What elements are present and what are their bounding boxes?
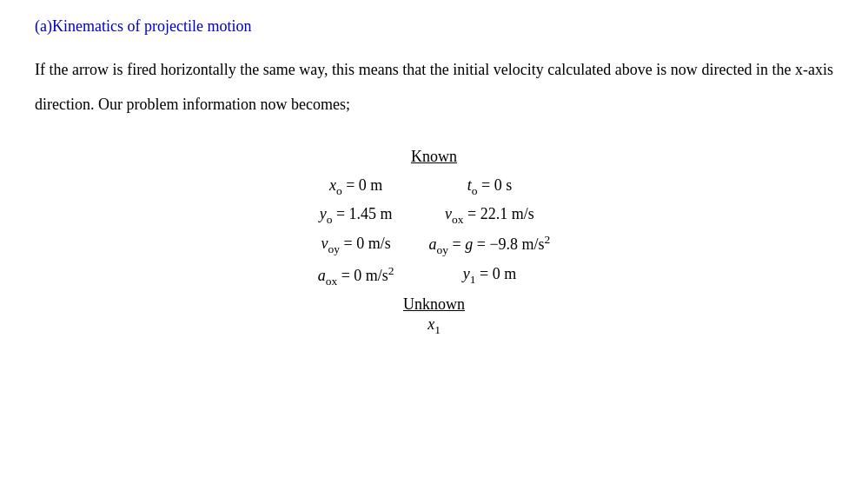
known-label: Known bbox=[411, 148, 457, 166]
eq-right-2: vox = 22.1 m/s bbox=[412, 202, 568, 230]
table-row: aox = 0 m/s2 y1 = 0 m bbox=[301, 261, 568, 292]
table-row: yo = 1.45 m vox = 22.1 m/s bbox=[301, 202, 568, 230]
equations-block: Known xo = 0 m to = 0 s yo = 1.45 m vox … bbox=[35, 148, 833, 336]
title: (a)Kinematics of projectile motion bbox=[35, 17, 833, 36]
equations-table: xo = 0 m to = 0 s yo = 1.45 m vox = 22.1… bbox=[301, 173, 568, 291]
table-row: xo = 0 m to = 0 s bbox=[301, 173, 568, 202]
eq-left-1: xo = 0 m bbox=[301, 173, 412, 202]
unknown-label: Unknown bbox=[403, 295, 465, 314]
eq-left-4: aox = 0 m/s2 bbox=[301, 261, 412, 292]
eq-left-2: yo = 1.45 m bbox=[301, 202, 412, 230]
paragraph: If the arrow is fired horizontally the s… bbox=[35, 53, 833, 122]
table-row: voy = 0 m/s aoy = g = −9.8 m/s2 bbox=[301, 229, 568, 261]
eq-right-4: y1 = 0 m bbox=[412, 261, 568, 292]
eq-left-3: voy = 0 m/s bbox=[301, 229, 412, 261]
unknown-var: x1 bbox=[427, 315, 441, 337]
eq-right-3: aoy = g = −9.8 m/s2 bbox=[412, 229, 568, 261]
eq-right-1: to = 0 s bbox=[412, 173, 568, 202]
